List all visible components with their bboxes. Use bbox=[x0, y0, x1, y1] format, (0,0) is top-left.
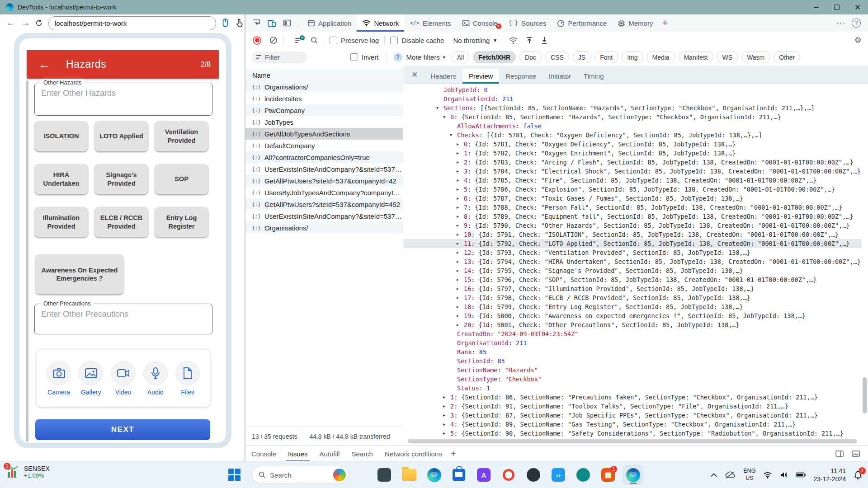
tab-console[interactable]: Console✕ bbox=[457, 14, 503, 32]
close-detail-icon[interactable]: ✕ bbox=[411, 70, 418, 80]
back-button[interactable]: ← bbox=[6, 18, 15, 28]
request-row[interactable]: {:}Organisations/ bbox=[245, 222, 403, 234]
device-toolbar-icon[interactable] bbox=[267, 19, 276, 28]
taskbar-app-file-explorer[interactable] bbox=[399, 465, 419, 485]
collapsed-arrow-icon[interactable]: ▸ bbox=[457, 158, 459, 167]
json-line[interactable]: ▸4: {SectionId: 89, SectionName: "Gas Te… bbox=[403, 420, 862, 429]
collapsed-arrow-icon[interactable]: ▸ bbox=[457, 230, 459, 239]
collapsed-arrow-icon[interactable]: ▸ bbox=[457, 212, 459, 221]
network-conditions-icon[interactable] bbox=[509, 37, 518, 44]
clear-button[interactable] bbox=[269, 36, 278, 44]
more-tools-button[interactable]: + bbox=[662, 17, 668, 29]
json-line[interactable]: SectionType: "Checkbox" bbox=[403, 375, 862, 384]
json-line[interactable]: OrganisationId: 211 bbox=[403, 94, 862, 103]
json-line[interactable]: ▸3: {SectionId: 87, SectionName: "Job Sp… bbox=[403, 411, 862, 420]
collapsed-arrow-icon[interactable]: ▸ bbox=[457, 140, 459, 149]
json-line[interactable]: ▸7: {Id: 5788, Check: "Person Fall", Sec… bbox=[403, 203, 862, 212]
json-line[interactable]: AllowAttachments: false bbox=[403, 122, 862, 131]
request-row[interactable]: {:}UserExistsInSiteAndCompany?&siteId=53… bbox=[245, 163, 403, 175]
next-button[interactable]: NEXT bbox=[35, 419, 210, 440]
collapsed-arrow-icon[interactable]: ▸ bbox=[457, 167, 459, 176]
json-line[interactable]: ▸3: {Id: 5784, Check: "Electrical Shock"… bbox=[403, 167, 862, 176]
volume-icon[interactable] bbox=[780, 471, 788, 479]
json-line[interactable]: ▸15: {Id: 5796, Check: "SOP", SectionId:… bbox=[403, 275, 862, 284]
json-line[interactable]: ▸5: {SectionId: 90, SectionName: "Safety… bbox=[403, 429, 862, 437]
chip-all[interactable]: All bbox=[452, 51, 470, 63]
json-line[interactable]: ▸9: {Id: 5790, Check: "Other Hazards", S… bbox=[403, 221, 862, 230]
request-row[interactable]: {:}GetAllJobTypesAndSections bbox=[245, 128, 403, 140]
json-line[interactable]: ▸18: {Id: 5799, Check: "Entry Log Regist… bbox=[403, 302, 862, 311]
request-row[interactable]: {:}UsersByJobTypesAndCompany?companyId=… bbox=[245, 187, 403, 198]
tray-chevron-up-icon[interactable] bbox=[711, 473, 717, 477]
throttling-select[interactable]: No throttling bbox=[453, 37, 490, 44]
collapsed-arrow-icon[interactable]: ▸ bbox=[457, 194, 459, 203]
tab-elements[interactable]: </>Elements bbox=[404, 14, 456, 32]
vertical-scrollbar[interactable] bbox=[863, 377, 867, 413]
json-line[interactable]: OrganisationId: 211 bbox=[403, 338, 862, 347]
request-row[interactable]: {:}UserExistsInSiteAndCompany?&siteId=53… bbox=[245, 210, 403, 222]
collapsed-arrow-icon[interactable]: ▸ bbox=[457, 293, 459, 302]
collapsed-arrow-icon[interactable]: ▸ bbox=[457, 284, 459, 293]
drawer-image-icon[interactable] bbox=[852, 450, 860, 457]
request-row[interactable]: {:}Organisations/ bbox=[245, 81, 403, 93]
collapsed-arrow-icon[interactable]: ▸ bbox=[457, 203, 459, 212]
chip-img[interactable]: Img bbox=[622, 51, 643, 63]
hazard-button-ventilation-provided[interactable]: Ventilation Provided bbox=[155, 121, 208, 151]
collapsed-arrow-icon[interactable]: ▸ bbox=[457, 266, 459, 275]
json-line[interactable]: ▸10: {Id: 5791, Check: "ISOLATION", Sect… bbox=[403, 230, 862, 239]
hazard-button-illumination-provided[interactable]: Illumination Provided bbox=[34, 207, 88, 237]
json-line[interactable]: ▸11: {Id: 5792, Check: "LOTO Applied", S… bbox=[403, 239, 862, 248]
tab-network[interactable]: Network bbox=[357, 14, 404, 32]
collapsed-arrow-icon[interactable]: ▸ bbox=[457, 302, 459, 311]
json-line[interactable]: ▸2: {Id: 5783, Check: "Arcing / Flash", … bbox=[403, 158, 862, 167]
touch-mode-icon[interactable] bbox=[235, 18, 244, 28]
json-line[interactable]: ▸19: {Id: 5800, Check: "Awareness on exp… bbox=[403, 311, 862, 320]
taskbar-app-vs-code[interactable]: ‹› bbox=[548, 465, 568, 485]
taskbar-app-purple-app[interactable]: A bbox=[474, 465, 494, 485]
notifications-bell[interactable]: 1 bbox=[854, 470, 863, 480]
taskbar-app-edge-browser[interactable] bbox=[623, 465, 643, 485]
forward-button[interactable]: → bbox=[21, 18, 30, 28]
json-line[interactable]: ▸20: {Id: 5801, Check: "Other Precaution… bbox=[403, 320, 862, 329]
stocks-widget[interactable]: 1 SENSEX +1.09% bbox=[6, 465, 50, 479]
collapsed-arrow-icon[interactable]: ▸ bbox=[457, 221, 459, 230]
json-line[interactable]: ▸2: {SectionId: 91, SectionName: "Toolbo… bbox=[403, 402, 862, 411]
detail-tab-initiator[interactable]: Initiator bbox=[542, 69, 577, 84]
request-row[interactable]: {:}PtwCompany bbox=[245, 104, 403, 116]
detail-tab-response[interactable]: Response bbox=[499, 69, 542, 84]
collapsed-arrow-icon[interactable]: ▸ bbox=[443, 402, 445, 411]
drawer-tab-console[interactable]: Console bbox=[245, 446, 282, 461]
taskbar-app-microsoft-store[interactable] bbox=[449, 465, 469, 485]
taskbar-app-office-app[interactable]: ▦1 bbox=[598, 465, 618, 485]
inspect-element-icon[interactable] bbox=[252, 19, 261, 28]
json-line[interactable]: SectionId: 85 bbox=[403, 357, 862, 366]
app-scrollbar[interactable] bbox=[26, 80, 28, 442]
json-line[interactable]: ▸17: {Id: 5798, Check: "ELCB / RCCB Prov… bbox=[403, 293, 862, 302]
chip-wasm[interactable]: Wasm bbox=[741, 51, 770, 63]
clock[interactable]: 11:41 23-12-2024 bbox=[813, 467, 846, 483]
chip-other[interactable]: Other bbox=[774, 51, 800, 63]
collapsed-arrow-icon[interactable]: ▸ bbox=[457, 320, 459, 329]
json-line[interactable]: JobTypeId: 0 bbox=[403, 85, 862, 94]
chip-fetch-xhr[interactable]: Fetch/XHR bbox=[473, 51, 516, 63]
hazard-button-sop[interactable]: SOP bbox=[155, 164, 208, 194]
drawer-more-tools-button[interactable]: + bbox=[451, 449, 456, 459]
taskbar-search[interactable]: Search bbox=[252, 466, 349, 484]
collapsed-arrow-icon[interactable]: ▸ bbox=[457, 149, 459, 158]
request-row[interactable]: {:}GetAllPtwUsers?siteId=537&companyId=4… bbox=[245, 198, 403, 210]
back-arrow-icon[interactable]: ← bbox=[38, 57, 50, 71]
record-button[interactable] bbox=[253, 36, 261, 45]
collapsed-arrow-icon[interactable]: ▸ bbox=[457, 311, 459, 320]
collapsed-arrow-icon[interactable]: ▸ bbox=[443, 411, 445, 420]
detail-tab-timing[interactable]: Timing bbox=[577, 69, 610, 84]
taskbar-app-teal-circle-app[interactable] bbox=[573, 465, 593, 485]
collapsed-arrow-icon[interactable]: ▸ bbox=[443, 420, 445, 429]
collapsed-arrow-icon[interactable]: ▸ bbox=[457, 248, 459, 257]
taskbar-app-dark-circle-app[interactable] bbox=[524, 465, 543, 485]
hazard-button-signage-s-provided[interactable]: Signage's Provided bbox=[94, 164, 148, 194]
request-row[interactable]: {:}JobTypes bbox=[245, 116, 403, 128]
request-row[interactable]: {:}GetAllPtwUsers?siteId=537&companyId=4… bbox=[245, 175, 403, 187]
json-line[interactable]: ▸12: {Id: 5793, Check: "Ventilation Prov… bbox=[403, 248, 862, 257]
chip-js[interactable]: JS bbox=[573, 51, 591, 63]
invert-checkbox[interactable] bbox=[350, 53, 358, 61]
